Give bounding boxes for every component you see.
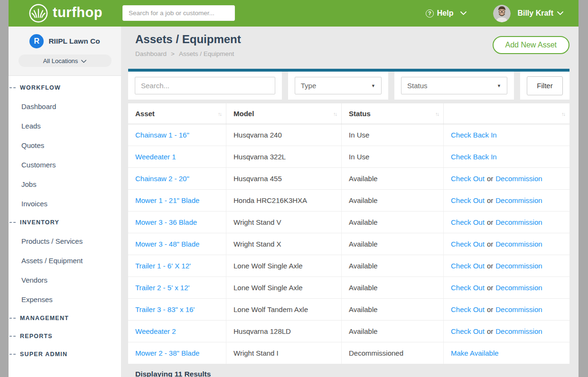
sidebar-item-expenses[interactable]: Expenses bbox=[9, 290, 121, 309]
asset-link[interactable]: Mower 2 - 38" Blade bbox=[135, 349, 199, 357]
sidebar-section-super-admin[interactable]: SUPER ADMIN bbox=[9, 345, 121, 363]
sidebar-item-customers[interactable]: Customers bbox=[9, 155, 121, 175]
sort-icon[interactable]: ↑↓ bbox=[561, 111, 565, 117]
action-separator: or bbox=[487, 175, 493, 183]
asset-link[interactable]: Chainsaw 2 - 20" bbox=[135, 175, 189, 183]
asset-link[interactable]: Chainsaw 1 - 16" bbox=[135, 131, 189, 139]
column-header-actions[interactable]: ↑↓ bbox=[444, 103, 569, 124]
model-cell: Lone Wolf Single Axle bbox=[226, 255, 342, 276]
user-menu[interactable]: Billy Kraft bbox=[493, 5, 563, 22]
action-link-check-out[interactable]: Check Out bbox=[451, 175, 485, 183]
table-header-row: Asset ↑↓ Model ↑↓ Status ↑↓ ↑↓ bbox=[128, 103, 569, 124]
status-cell: In Use bbox=[342, 124, 444, 146]
sidebar-item-invoices[interactable]: Invoices bbox=[9, 194, 121, 213]
sidebar-item-leads[interactable]: Leads bbox=[9, 116, 121, 136]
table-row: Weedeater 2Husqvarna 128LDAvailableCheck… bbox=[128, 321, 569, 342]
action-link-decommission[interactable]: Decommission bbox=[495, 327, 542, 335]
sidebar-section-label: INVENTORY bbox=[20, 219, 59, 226]
status-select[interactable]: Status ▼ bbox=[401, 77, 507, 94]
locations-dropdown[interactable]: All Locations bbox=[19, 55, 112, 67]
asset-link[interactable]: Mower 3 - 36 Blade bbox=[135, 218, 197, 226]
global-search-input[interactable] bbox=[122, 5, 235, 21]
sidebar-section-management[interactable]: MANAGEMENT bbox=[9, 309, 121, 327]
action-separator: or bbox=[487, 262, 493, 270]
help-icon: ? bbox=[426, 9, 434, 18]
action-link-check-back-in[interactable]: Check Back In bbox=[451, 153, 497, 161]
sidebar: R RIIPL Lawn Co All Locations WORKFLOWDa… bbox=[9, 27, 121, 377]
action-link-decommission[interactable]: Decommission bbox=[495, 175, 542, 183]
action-separator: or bbox=[487, 196, 493, 204]
sidebar-section-inventory[interactable]: INVENTORY bbox=[9, 213, 121, 231]
asset-link[interactable]: Trailer 3 - 83" x 16' bbox=[135, 305, 195, 313]
column-header-model[interactable]: Model ↑↓ bbox=[226, 103, 342, 124]
action-link-check-out[interactable]: Check Out bbox=[451, 327, 485, 335]
sidebar-item-assets-equipment[interactable]: Assets / Equipment bbox=[9, 251, 121, 270]
sort-icon[interactable]: ↑↓ bbox=[333, 111, 336, 117]
filter-button[interactable]: Filter bbox=[527, 76, 563, 95]
action-link-check-out[interactable]: Check Out bbox=[451, 196, 485, 204]
sort-icon[interactable]: ↑↓ bbox=[218, 111, 221, 117]
action-link-decommission[interactable]: Decommission bbox=[495, 284, 542, 292]
model-cell: Husqvarna 322L bbox=[226, 146, 342, 167]
sidebar-item-dashboard[interactable]: Dashboard bbox=[9, 97, 121, 116]
section-dash-icon bbox=[9, 87, 16, 88]
sidebar-section-reports[interactable]: REPORTS bbox=[9, 327, 121, 345]
add-new-asset-button[interactable]: Add New Asset bbox=[493, 36, 570, 54]
action-link-decommission[interactable]: Decommission bbox=[495, 240, 542, 248]
action-link-check-out[interactable]: Check Out bbox=[451, 218, 485, 226]
model-cell: Husqvarna 240 bbox=[226, 124, 342, 146]
table-row: Trailer 3 - 83" x 16'Lone Wolf Tandem Ax… bbox=[128, 299, 569, 321]
sidebar-section-label: REPORTS bbox=[20, 333, 53, 340]
assets-card: Type ▼ Status ▼ Filter Asset bbox=[128, 69, 569, 377]
asset-link[interactable]: Weedeater 2 bbox=[135, 327, 176, 335]
asset-link[interactable]: Trailer 2 - 5' x 12' bbox=[135, 284, 189, 292]
sidebar-section-label: WORKFLOW bbox=[20, 84, 61, 91]
action-link-check-out[interactable]: Check Out bbox=[451, 284, 485, 292]
breadcrumb-dashboard[interactable]: Dashboard bbox=[135, 50, 167, 57]
sidebar-item-products-services[interactable]: Products / Services bbox=[9, 231, 121, 251]
left-edge-strip bbox=[0, 0, 9, 377]
sidebar-item-jobs[interactable]: Jobs bbox=[9, 175, 121, 194]
type-select[interactable]: Type ▼ bbox=[295, 77, 382, 94]
action-link-decommission[interactable]: Decommission bbox=[495, 196, 542, 204]
asset-search-input[interactable] bbox=[135, 77, 275, 94]
type-select-value: Type bbox=[301, 82, 317, 90]
table-row: Mower 1 - 21" BladeHonda HRC216K3HXAAvai… bbox=[128, 190, 569, 211]
assets-table: Asset ↑↓ Model ↑↓ Status ↑↓ ↑↓ bbox=[128, 103, 569, 364]
asset-link[interactable]: Mower 1 - 21" Blade bbox=[135, 196, 199, 204]
sidebar-section-workflow[interactable]: WORKFLOW bbox=[9, 79, 121, 97]
action-link-check-out[interactable]: Check Out bbox=[451, 262, 485, 270]
status-cell: Available bbox=[342, 168, 444, 189]
dropdown-arrow-icon: ▼ bbox=[497, 83, 501, 88]
table-row: Chainsaw 1 - 16"Husqvarna 240In UseCheck… bbox=[128, 124, 569, 146]
company-badge: R bbox=[29, 34, 44, 48]
brand-logo[interactable]: turfhop bbox=[28, 3, 103, 23]
column-header-asset[interactable]: Asset ↑↓ bbox=[128, 103, 226, 124]
sidebar-item-vendors[interactable]: Vendors bbox=[9, 270, 121, 290]
right-scrollbar-strip[interactable] bbox=[579, 0, 588, 377]
column-header-status[interactable]: Status ↑↓ bbox=[342, 103, 444, 124]
asset-link[interactable]: Weedeater 1 bbox=[135, 153, 176, 161]
model-cell: Wright Stand X bbox=[226, 233, 342, 255]
sort-icon[interactable]: ↑↓ bbox=[435, 111, 439, 117]
user-name: Billy Kraft bbox=[517, 9, 553, 18]
table-body: Chainsaw 1 - 16"Husqvarna 240In UseCheck… bbox=[128, 124, 569, 364]
breadcrumb-separator-icon: > bbox=[171, 50, 175, 57]
chevron-down-icon bbox=[557, 11, 563, 15]
status-cell: Available bbox=[342, 277, 444, 298]
action-link-decommission[interactable]: Decommission bbox=[495, 305, 542, 313]
action-link-check-out[interactable]: Check Out bbox=[451, 240, 485, 248]
action-separator: or bbox=[487, 327, 493, 335]
action-link-decommission[interactable]: Decommission bbox=[495, 262, 542, 270]
action-link-check-back-in[interactable]: Check Back In bbox=[451, 131, 497, 139]
action-link-decommission[interactable]: Decommission bbox=[495, 218, 542, 226]
help-menu[interactable]: ? Help bbox=[426, 9, 467, 18]
avatar bbox=[493, 5, 511, 22]
asset-link[interactable]: Trailer 1 - 6' X 12' bbox=[135, 262, 191, 270]
action-link-make-available[interactable]: Make Available bbox=[451, 349, 499, 357]
action-link-check-out[interactable]: Check Out bbox=[451, 305, 485, 313]
company-name: RIIPL Lawn Co bbox=[48, 37, 100, 46]
sidebar-item-quotes[interactable]: Quotes bbox=[9, 136, 121, 155]
asset-link[interactable]: Mower 3 - 48" Blade bbox=[135, 240, 199, 248]
model-cell: Wright Stand V bbox=[226, 211, 342, 233]
